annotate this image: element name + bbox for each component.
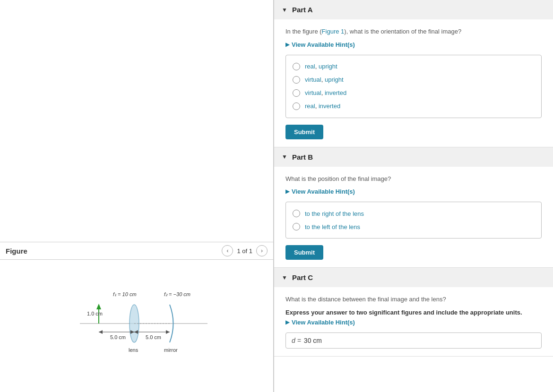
figure-nav: ‹ 1 of 1 › xyxy=(222,245,268,256)
part-b-header[interactable]: ▼ Part B xyxy=(274,147,553,167)
option-left-lens[interactable]: to the left of the lens xyxy=(293,220,535,233)
option-real-inverted[interactable]: real, inverted xyxy=(293,100,535,113)
option-left-lens-label: to the left of the lens xyxy=(305,223,360,230)
part-b-options: to the right of the lens to the left of … xyxy=(285,202,542,239)
part-c-section: ▼ Part C What is the distance between th… xyxy=(274,268,553,357)
answer-value[interactable]: 30 cm xyxy=(304,337,322,344)
option-virtual-inverted-label: virtual, inverted xyxy=(305,89,346,96)
part-c-collapse-icon: ▼ xyxy=(282,274,287,281)
part-b-hint[interactable]: ▶ View Available Hint(s) xyxy=(285,188,542,195)
svg-text:5.0 cm: 5.0 cm xyxy=(146,334,161,340)
part-b-submit-button[interactable]: Submit xyxy=(285,245,323,260)
part-a-submit-button[interactable]: Submit xyxy=(285,125,323,139)
part-a-header[interactable]: ▼ Part A xyxy=(274,0,553,19)
svg-text:f₁ = 10 cm: f₁ = 10 cm xyxy=(113,291,137,297)
figure-title: Figure xyxy=(6,247,27,255)
option-real-upright[interactable]: real, upright xyxy=(293,60,535,73)
option-real-inverted-label: real, inverted xyxy=(305,102,340,110)
radio-left-lens[interactable] xyxy=(293,223,300,230)
radio-virtual-inverted[interactable] xyxy=(293,89,300,97)
radio-real-upright[interactable] xyxy=(293,63,300,70)
option-right-lens[interactable]: to the right of the lens xyxy=(293,207,535,220)
left-panel: Figure ‹ 1 of 1 › 1.0 cm f₁ = 10 cm xyxy=(0,0,274,392)
prev-figure-button[interactable]: ‹ xyxy=(222,245,233,256)
option-virtual-inverted[interactable]: virtual, inverted xyxy=(293,86,535,100)
figure-ref-a: Figure 1 xyxy=(322,28,345,35)
part-a-question: In the figure (Figure 1), what is the or… xyxy=(285,27,542,36)
part-a-title: Part A xyxy=(292,6,313,14)
svg-marker-7 xyxy=(99,330,103,334)
option-right-lens-label: to the right of the lens xyxy=(305,210,364,217)
part-c-hint[interactable]: ▶ View Available Hint(s) xyxy=(285,319,542,326)
option-virtual-upright-label: virtual, upright xyxy=(305,76,344,83)
svg-text:5.0 cm: 5.0 cm xyxy=(110,334,126,340)
svg-text:mirror: mirror xyxy=(164,347,178,353)
part-c-subtext: Express your answer to two significant f… xyxy=(285,309,542,316)
part-a-section: ▼ Part A In the figure (Figure 1), what … xyxy=(274,0,553,147)
option-virtual-upright[interactable]: virtual, upright xyxy=(293,73,535,86)
option-real-upright-label: real, upright xyxy=(305,63,337,70)
svg-marker-12 xyxy=(166,330,170,334)
part-b-title: Part B xyxy=(292,153,313,161)
part-a-collapse-icon: ▼ xyxy=(282,7,287,13)
part-a-content: In the figure (Figure 1), what is the or… xyxy=(274,19,553,147)
next-figure-button[interactable]: › xyxy=(256,245,268,256)
right-panel: ▼ Part A In the figure (Figure 1), what … xyxy=(274,0,553,392)
part-a-options: real, upright virtual, upright virtual, … xyxy=(285,55,542,118)
svg-text:1.0 cm: 1.0 cm xyxy=(87,311,103,316)
radio-virtual-upright[interactable] xyxy=(293,76,300,84)
figure-diagram: 1.0 cm f₁ = 10 cm 5.0 cm 5.0 cm f₂ = −30… xyxy=(0,264,273,383)
part-c-answer-row: d = 30 cm xyxy=(285,332,542,349)
part-c-question: What is the distance between the final i… xyxy=(285,295,542,304)
optics-diagram: 1.0 cm f₁ = 10 cm 5.0 cm 5.0 cm f₂ = −30… xyxy=(61,272,212,375)
figure-header: Figure ‹ 1 of 1 › xyxy=(0,242,273,260)
part-c-header[interactable]: ▼ Part C xyxy=(274,268,553,287)
part-b-question: What is the position of the final image? xyxy=(285,174,542,184)
part-b-collapse-icon: ▼ xyxy=(282,153,287,160)
radio-right-lens[interactable] xyxy=(293,210,300,217)
part-c-title: Part C xyxy=(292,273,313,281)
figure-count: 1 of 1 xyxy=(237,247,252,255)
svg-text:lens: lens xyxy=(129,347,138,353)
answer-label: d = xyxy=(292,337,301,344)
part-b-section: ▼ Part B What is the position of the fin… xyxy=(274,147,553,268)
svg-marker-2 xyxy=(96,304,101,309)
part-b-content: What is the position of the final image?… xyxy=(274,167,553,268)
part-c-content: What is the distance between the final i… xyxy=(274,287,553,356)
svg-text:f₂ = −30 cm: f₂ = −30 cm xyxy=(164,291,190,297)
part-a-hint[interactable]: ▶ View Available Hint(s) xyxy=(285,41,542,48)
radio-real-inverted[interactable] xyxy=(293,102,300,110)
